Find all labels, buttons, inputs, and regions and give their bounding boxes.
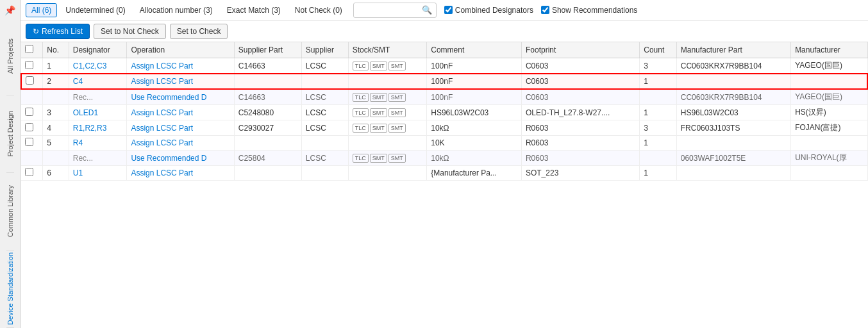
table-row[interactable]: 6U1Assign LCSC Part{Manufacturer Pa...SO… xyxy=(21,166,867,181)
search-input[interactable] xyxy=(358,6,422,15)
designator-link[interactable]: U1 xyxy=(73,168,83,177)
filter-tab-1[interactable]: Undetermined (0) xyxy=(60,3,131,17)
supplier-part-cell: C5248080 xyxy=(234,105,301,120)
row-checkbox[interactable] xyxy=(25,123,33,131)
refresh-list-button[interactable]: ↻ Refresh List xyxy=(26,24,90,39)
table-row[interactable]: 4R1,R2,R3Assign LCSC PartC2930027LCSC TL… xyxy=(21,120,867,136)
count-cell: 1 xyxy=(640,105,676,120)
rec-label: Rec... xyxy=(69,89,127,105)
table-body: 1C1,C2,C3Assign LCSC PartC14663LCSC TLC … xyxy=(21,58,867,181)
row-no: 4 xyxy=(43,120,69,136)
left-sidebar: 📌 All ProjectsProject DesignCommon Libra… xyxy=(0,0,21,328)
row-checkbox[interactable] xyxy=(25,61,33,69)
designator-link[interactable]: C1,C2,C3 xyxy=(73,62,107,70)
supplier-part-cell: C14663 xyxy=(234,89,301,105)
footprint-cell: R0603 xyxy=(521,136,639,151)
table-row[interactable]: 2C4Assign LCSC Part100nFC06031 xyxy=(21,74,867,89)
col-header-count: Count xyxy=(640,42,676,58)
combined-designators-label: Combined Designators xyxy=(455,6,533,15)
select-all-checkbox[interactable] xyxy=(25,45,33,53)
row-checkbox[interactable] xyxy=(26,76,34,85)
filter-tab-3[interactable]: Exact Match (3) xyxy=(221,3,287,17)
operation-cell[interactable]: Assign LCSC Part xyxy=(131,77,193,86)
mfr-part-cell: 0603WAF1002T5E xyxy=(676,151,790,166)
col-header-manufacturer-part: Manufacturer Part xyxy=(676,42,790,58)
table-row[interactable]: Rec...Use Recommended DC14663LCSC TLC SM… xyxy=(21,89,867,105)
designator-link[interactable]: R4 xyxy=(73,138,83,147)
stock-smt-cell xyxy=(348,136,427,151)
pin-icon[interactable]: 📌 xyxy=(2,3,18,18)
col-header-comment: Comment xyxy=(427,42,522,58)
sidebar-section-label-0: All Projects xyxy=(6,38,14,74)
count-cell: 3 xyxy=(640,120,676,136)
operation-cell[interactable]: Use Recommended D xyxy=(131,154,206,163)
footprint-cell: C0603 xyxy=(521,58,639,74)
col-header-designator: Designator xyxy=(69,42,127,58)
stock-smt-cell: TLC SMT SMT xyxy=(348,151,427,166)
designator-link[interactable]: R1,R2,R3 xyxy=(73,124,107,133)
manufacturer-cell: UNI-ROYAL(厚 xyxy=(791,151,867,166)
show-recommendations-group: Show Recommendations xyxy=(541,6,637,15)
row-checkbox[interactable] xyxy=(25,168,33,176)
mfr-part-cell xyxy=(676,74,790,89)
smt-icon: SMT xyxy=(370,108,387,117)
set-check-button[interactable]: Set to Check xyxy=(170,24,228,39)
mfr-part-cell xyxy=(676,136,790,151)
toolbar: ↻ Refresh List Set to Not Check Set to C… xyxy=(21,20,868,42)
smt-icon: SMT xyxy=(370,124,387,133)
sidebar-section-2[interactable]: Common Library xyxy=(6,173,14,250)
table-header: No.DesignatorOperationSupplier PartSuppl… xyxy=(21,42,867,58)
supplier-part-cell: C2930027 xyxy=(234,120,301,136)
show-recommendations-checkbox[interactable] xyxy=(541,6,549,14)
row-checkbox[interactable] xyxy=(25,138,33,146)
combined-designators-group: Combined Designators xyxy=(444,6,533,15)
tlc-icon: TLC xyxy=(353,154,369,163)
filter-tab-0[interactable]: All (6) xyxy=(26,3,57,17)
row-checkbox[interactable] xyxy=(25,108,33,116)
designator-link[interactable]: C4 xyxy=(73,77,83,86)
table-row[interactable]: 3OLED1Assign LCSC PartC5248080LCSC TLC S… xyxy=(21,105,867,120)
show-recommendations-label: Show Recommendations xyxy=(552,6,637,15)
supplier-part-cell: C25804 xyxy=(234,151,301,166)
operation-cell[interactable]: Assign LCSC Part xyxy=(131,108,193,117)
stock-icons: TLC SMT SMT xyxy=(353,93,423,102)
row-no: 3 xyxy=(43,105,69,120)
sidebar-section-3[interactable]: Device Standardization xyxy=(6,250,14,328)
sidebar-section-0[interactable]: All Projects xyxy=(6,18,14,95)
supplier-part-cell xyxy=(234,166,301,181)
designator-link[interactable]: OLED1 xyxy=(73,108,98,117)
manufacturer-cell: HS(汉昇) xyxy=(791,105,867,120)
supplier-cell xyxy=(301,166,348,181)
combined-designators-checkbox[interactable] xyxy=(444,6,453,14)
mfr-part-cell: FRC0603J103TS xyxy=(676,120,790,136)
smt2-icon: SMT xyxy=(388,154,406,163)
footprint-cell: R0603 xyxy=(521,120,639,136)
manufacturer-cell: YAGEO(国巨) xyxy=(791,58,867,74)
manufacturer-cell: FOJAN(富捷) xyxy=(791,120,867,136)
comment-cell: 10K xyxy=(427,136,522,151)
supplier-cell: LCSC xyxy=(301,120,348,136)
filter-tab-2[interactable]: Allocation number (3) xyxy=(134,3,219,17)
col-header-supplier-part: Supplier Part xyxy=(234,42,301,58)
set-not-check-button[interactable]: Set to Not Check xyxy=(94,24,166,39)
operation-cell[interactable]: Use Recommended D xyxy=(131,93,206,102)
filter-tabs: All (6)Undetermined (0)Allocation number… xyxy=(26,3,348,17)
filter-tab-4[interactable]: Not Check (0) xyxy=(289,3,348,17)
sidebar-section-1[interactable]: Project Design xyxy=(6,95,14,173)
operation-cell[interactable]: Assign LCSC Part xyxy=(131,124,193,133)
table-row[interactable]: Rec...Use Recommended DC25804LCSC TLC SM… xyxy=(21,151,867,166)
col-header-stock-smt: Stock/SMT xyxy=(348,42,427,58)
stock-smt-cell: TLC SMT SMT xyxy=(348,58,427,74)
supplier-cell xyxy=(301,136,348,151)
tlc-icon: TLC xyxy=(353,124,369,133)
search-box[interactable]: 🔍 xyxy=(353,3,437,18)
comment-cell: 100nF xyxy=(427,58,522,74)
table-row[interactable]: 1C1,C2,C3Assign LCSC PartC14663LCSC TLC … xyxy=(21,58,867,74)
operation-cell[interactable]: Assign LCSC Part xyxy=(131,62,193,70)
table-row[interactable]: 5R4Assign LCSC Part10KR06031 xyxy=(21,136,867,151)
smt2-icon: SMT xyxy=(388,93,406,102)
operation-cell[interactable]: Assign LCSC Part xyxy=(131,138,193,147)
footprint-cell: SOT_223 xyxy=(521,166,639,181)
operation-cell[interactable]: Assign LCSC Part xyxy=(131,168,193,177)
manufacturer-cell: YAGEO(国巨) xyxy=(791,89,867,105)
